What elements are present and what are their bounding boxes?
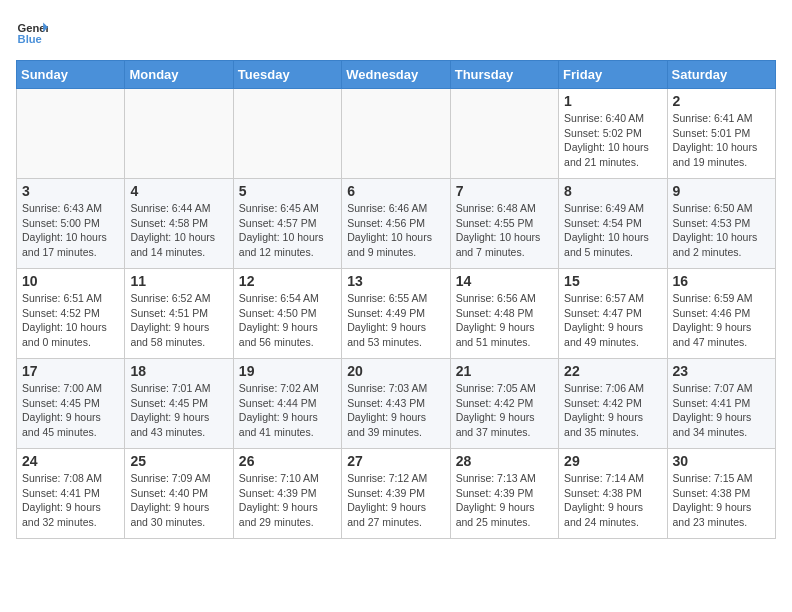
day-number: 29: [564, 453, 661, 469]
calendar-week-row: 3Sunrise: 6:43 AM Sunset: 5:00 PM Daylig…: [17, 179, 776, 269]
day-number: 14: [456, 273, 553, 289]
day-number: 9: [673, 183, 770, 199]
day-info: Sunrise: 7:05 AM Sunset: 4:42 PM Dayligh…: [456, 381, 553, 440]
day-number: 4: [130, 183, 227, 199]
day-info: Sunrise: 7:08 AM Sunset: 4:41 PM Dayligh…: [22, 471, 119, 530]
day-number: 27: [347, 453, 444, 469]
day-info: Sunrise: 6:52 AM Sunset: 4:51 PM Dayligh…: [130, 291, 227, 350]
day-number: 11: [130, 273, 227, 289]
weekday-header-tuesday: Tuesday: [233, 61, 341, 89]
day-info: Sunrise: 7:10 AM Sunset: 4:39 PM Dayligh…: [239, 471, 336, 530]
day-number: 12: [239, 273, 336, 289]
calendar-week-row: 1Sunrise: 6:40 AM Sunset: 5:02 PM Daylig…: [17, 89, 776, 179]
weekday-header-monday: Monday: [125, 61, 233, 89]
day-info: Sunrise: 7:14 AM Sunset: 4:38 PM Dayligh…: [564, 471, 661, 530]
day-number: 16: [673, 273, 770, 289]
calendar-day-10: 10Sunrise: 6:51 AM Sunset: 4:52 PM Dayli…: [17, 269, 125, 359]
day-info: Sunrise: 6:44 AM Sunset: 4:58 PM Dayligh…: [130, 201, 227, 260]
day-info: Sunrise: 7:06 AM Sunset: 4:42 PM Dayligh…: [564, 381, 661, 440]
calendar-day-27: 27Sunrise: 7:12 AM Sunset: 4:39 PM Dayli…: [342, 449, 450, 539]
day-number: 20: [347, 363, 444, 379]
day-number: 23: [673, 363, 770, 379]
day-info: Sunrise: 6:54 AM Sunset: 4:50 PM Dayligh…: [239, 291, 336, 350]
calendar-day-9: 9Sunrise: 6:50 AM Sunset: 4:53 PM Daylig…: [667, 179, 775, 269]
calendar-day-14: 14Sunrise: 6:56 AM Sunset: 4:48 PM Dayli…: [450, 269, 558, 359]
weekday-header-row: SundayMondayTuesdayWednesdayThursdayFrid…: [17, 61, 776, 89]
day-number: 2: [673, 93, 770, 109]
day-info: Sunrise: 7:07 AM Sunset: 4:41 PM Dayligh…: [673, 381, 770, 440]
day-number: 8: [564, 183, 661, 199]
calendar-day-8: 8Sunrise: 6:49 AM Sunset: 4:54 PM Daylig…: [559, 179, 667, 269]
calendar-table: SundayMondayTuesdayWednesdayThursdayFrid…: [16, 60, 776, 539]
day-info: Sunrise: 7:12 AM Sunset: 4:39 PM Dayligh…: [347, 471, 444, 530]
day-info: Sunrise: 6:40 AM Sunset: 5:02 PM Dayligh…: [564, 111, 661, 170]
day-info: Sunrise: 7:02 AM Sunset: 4:44 PM Dayligh…: [239, 381, 336, 440]
calendar-week-row: 24Sunrise: 7:08 AM Sunset: 4:41 PM Dayli…: [17, 449, 776, 539]
day-info: Sunrise: 7:01 AM Sunset: 4:45 PM Dayligh…: [130, 381, 227, 440]
weekday-header-friday: Friday: [559, 61, 667, 89]
calendar-day-13: 13Sunrise: 6:55 AM Sunset: 4:49 PM Dayli…: [342, 269, 450, 359]
calendar-day-16: 16Sunrise: 6:59 AM Sunset: 4:46 PM Dayli…: [667, 269, 775, 359]
calendar-day-2: 2Sunrise: 6:41 AM Sunset: 5:01 PM Daylig…: [667, 89, 775, 179]
day-number: 13: [347, 273, 444, 289]
day-info: Sunrise: 6:45 AM Sunset: 4:57 PM Dayligh…: [239, 201, 336, 260]
day-info: Sunrise: 7:09 AM Sunset: 4:40 PM Dayligh…: [130, 471, 227, 530]
calendar-day-15: 15Sunrise: 6:57 AM Sunset: 4:47 PM Dayli…: [559, 269, 667, 359]
calendar-day-24: 24Sunrise: 7:08 AM Sunset: 4:41 PM Dayli…: [17, 449, 125, 539]
calendar-day-28: 28Sunrise: 7:13 AM Sunset: 4:39 PM Dayli…: [450, 449, 558, 539]
calendar-empty-cell: [125, 89, 233, 179]
calendar-day-30: 30Sunrise: 7:15 AM Sunset: 4:38 PM Dayli…: [667, 449, 775, 539]
day-number: 24: [22, 453, 119, 469]
calendar-empty-cell: [17, 89, 125, 179]
day-info: Sunrise: 6:41 AM Sunset: 5:01 PM Dayligh…: [673, 111, 770, 170]
calendar-week-row: 17Sunrise: 7:00 AM Sunset: 4:45 PM Dayli…: [17, 359, 776, 449]
day-info: Sunrise: 6:43 AM Sunset: 5:00 PM Dayligh…: [22, 201, 119, 260]
calendar-day-18: 18Sunrise: 7:01 AM Sunset: 4:45 PM Dayli…: [125, 359, 233, 449]
calendar-day-6: 6Sunrise: 6:46 AM Sunset: 4:56 PM Daylig…: [342, 179, 450, 269]
weekday-header-saturday: Saturday: [667, 61, 775, 89]
logo: General Blue: [16, 16, 48, 48]
header: General Blue: [16, 16, 776, 48]
day-number: 19: [239, 363, 336, 379]
calendar-day-25: 25Sunrise: 7:09 AM Sunset: 4:40 PM Dayli…: [125, 449, 233, 539]
calendar-day-5: 5Sunrise: 6:45 AM Sunset: 4:57 PM Daylig…: [233, 179, 341, 269]
calendar-empty-cell: [233, 89, 341, 179]
day-number: 25: [130, 453, 227, 469]
day-info: Sunrise: 7:00 AM Sunset: 4:45 PM Dayligh…: [22, 381, 119, 440]
day-number: 26: [239, 453, 336, 469]
day-info: Sunrise: 6:51 AM Sunset: 4:52 PM Dayligh…: [22, 291, 119, 350]
calendar-day-3: 3Sunrise: 6:43 AM Sunset: 5:00 PM Daylig…: [17, 179, 125, 269]
day-number: 28: [456, 453, 553, 469]
calendar-day-12: 12Sunrise: 6:54 AM Sunset: 4:50 PM Dayli…: [233, 269, 341, 359]
calendar-day-26: 26Sunrise: 7:10 AM Sunset: 4:39 PM Dayli…: [233, 449, 341, 539]
day-info: Sunrise: 6:55 AM Sunset: 4:49 PM Dayligh…: [347, 291, 444, 350]
calendar-empty-cell: [450, 89, 558, 179]
calendar-week-row: 10Sunrise: 6:51 AM Sunset: 4:52 PM Dayli…: [17, 269, 776, 359]
calendar-day-22: 22Sunrise: 7:06 AM Sunset: 4:42 PM Dayli…: [559, 359, 667, 449]
calendar-empty-cell: [342, 89, 450, 179]
weekday-header-sunday: Sunday: [17, 61, 125, 89]
day-number: 6: [347, 183, 444, 199]
day-number: 18: [130, 363, 227, 379]
day-number: 17: [22, 363, 119, 379]
day-number: 22: [564, 363, 661, 379]
calendar-day-17: 17Sunrise: 7:00 AM Sunset: 4:45 PM Dayli…: [17, 359, 125, 449]
day-number: 10: [22, 273, 119, 289]
day-number: 30: [673, 453, 770, 469]
day-number: 7: [456, 183, 553, 199]
calendar-day-20: 20Sunrise: 7:03 AM Sunset: 4:43 PM Dayli…: [342, 359, 450, 449]
calendar-day-11: 11Sunrise: 6:52 AM Sunset: 4:51 PM Dayli…: [125, 269, 233, 359]
day-info: Sunrise: 6:57 AM Sunset: 4:47 PM Dayligh…: [564, 291, 661, 350]
calendar-day-4: 4Sunrise: 6:44 AM Sunset: 4:58 PM Daylig…: [125, 179, 233, 269]
calendar-day-1: 1Sunrise: 6:40 AM Sunset: 5:02 PM Daylig…: [559, 89, 667, 179]
logo-icon: General Blue: [16, 16, 48, 48]
day-info: Sunrise: 6:50 AM Sunset: 4:53 PM Dayligh…: [673, 201, 770, 260]
day-number: 1: [564, 93, 661, 109]
day-info: Sunrise: 6:56 AM Sunset: 4:48 PM Dayligh…: [456, 291, 553, 350]
svg-text:Blue: Blue: [18, 33, 42, 45]
weekday-header-wednesday: Wednesday: [342, 61, 450, 89]
calendar-day-23: 23Sunrise: 7:07 AM Sunset: 4:41 PM Dayli…: [667, 359, 775, 449]
calendar-day-7: 7Sunrise: 6:48 AM Sunset: 4:55 PM Daylig…: [450, 179, 558, 269]
weekday-header-thursday: Thursday: [450, 61, 558, 89]
day-info: Sunrise: 6:46 AM Sunset: 4:56 PM Dayligh…: [347, 201, 444, 260]
